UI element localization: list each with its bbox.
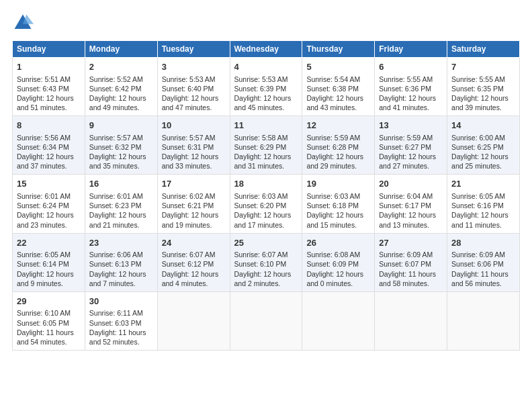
day-info-line: and 43 minutes. (306, 103, 370, 112)
day-info-line: and 11 minutes. (451, 220, 515, 230)
day-info-line: Sunrise: 6:04 AM (379, 191, 443, 201)
day-cell: 30Sunrise: 6:11 AMSunset: 6:03 PMDayligh… (85, 291, 157, 350)
day-number: 25 (234, 237, 298, 249)
day-info-line: and 58 minutes. (379, 279, 443, 288)
day-number: 22 (17, 237, 81, 249)
day-number: 21 (451, 178, 515, 190)
day-info-line: Daylight: 12 hours (451, 152, 515, 161)
day-cell: 26Sunrise: 6:08 AMSunset: 6:09 PMDayligh… (302, 233, 375, 291)
day-number: 2 (89, 61, 153, 73)
logo-icon (12, 12, 34, 34)
day-info-line: Sunset: 6:29 PM (234, 142, 298, 152)
day-info-line: and 45 minutes. (234, 103, 298, 112)
day-cell: 13Sunrise: 5:59 AMSunset: 6:27 PMDayligh… (375, 116, 447, 175)
day-cell: 18Sunrise: 6:03 AMSunset: 6:20 PMDayligh… (230, 175, 302, 233)
day-number: 24 (162, 237, 226, 249)
day-info-line: Sunset: 6:16 PM (451, 201, 515, 210)
day-info-line: Sunset: 6:23 PM (89, 201, 153, 210)
day-info-line: Daylight: 12 hours (451, 210, 515, 220)
day-info-line: Daylight: 12 hours (379, 93, 443, 103)
day-number: 19 (306, 178, 370, 190)
day-info-line: and 21 minutes. (89, 220, 153, 230)
day-info-line: Sunset: 6:21 PM (162, 201, 226, 210)
day-number: 5 (306, 61, 370, 73)
day-number: 8 (17, 120, 81, 132)
day-cell: 8Sunrise: 5:56 AMSunset: 6:34 PMDaylight… (13, 116, 85, 175)
calendar-table: SundayMondayTuesdayWednesdayThursdayFrid… (12, 40, 520, 351)
day-cell: 4Sunrise: 5:53 AMSunset: 6:39 PMDaylight… (230, 58, 302, 116)
day-info-line: Sunrise: 6:08 AM (306, 250, 370, 259)
day-info-line: Sunrise: 6:07 AM (234, 250, 298, 259)
day-cell: 23Sunrise: 6:06 AMSunset: 6:13 PMDayligh… (85, 233, 157, 291)
day-number: 23 (89, 237, 153, 249)
day-number: 1 (17, 61, 81, 73)
day-cell: 10Sunrise: 5:57 AMSunset: 6:31 PMDayligh… (157, 116, 230, 175)
day-number: 20 (379, 178, 443, 190)
col-header-monday: Monday (85, 41, 157, 58)
day-info-line: Daylight: 12 hours (162, 210, 226, 220)
day-info-line: and 17 minutes. (234, 220, 298, 230)
day-number: 3 (162, 61, 226, 73)
day-info-line: and 37 minutes. (17, 161, 81, 171)
day-info-line: Sunrise: 5:55 AM (451, 75, 515, 84)
day-info-line: and 7 minutes. (89, 279, 153, 288)
day-info-line: Sunrise: 5:54 AM (306, 75, 370, 84)
day-info-line: Sunset: 6:17 PM (379, 201, 443, 210)
day-info-line: Sunrise: 6:11 AM (89, 308, 153, 318)
day-info-line: and 54 minutes. (17, 337, 81, 347)
day-info-line: Sunset: 6:28 PM (306, 142, 370, 152)
day-info-line: and 33 minutes. (162, 161, 226, 171)
col-header-wednesday: Wednesday (230, 41, 302, 58)
day-info-line: Sunrise: 5:55 AM (379, 75, 443, 84)
day-info-line: Daylight: 11 hours (379, 269, 443, 279)
day-number: 28 (451, 237, 515, 249)
day-info-line: and 47 minutes. (162, 103, 226, 112)
day-info-line: Sunset: 6:42 PM (89, 84, 153, 93)
col-header-tuesday: Tuesday (157, 41, 230, 58)
day-info-line: and 56 minutes. (451, 279, 515, 288)
day-info-line: Daylight: 12 hours (234, 152, 298, 161)
day-info-line: and 35 minutes. (89, 161, 153, 171)
day-info-line: and 52 minutes. (89, 337, 153, 347)
day-info-line: Sunrise: 5:57 AM (162, 133, 226, 142)
day-info-line: Sunset: 6:05 PM (17, 318, 81, 328)
day-info-line: and 27 minutes. (379, 161, 443, 171)
day-cell: 6Sunrise: 5:55 AMSunset: 6:36 PMDaylight… (375, 58, 447, 116)
day-info-line: Sunset: 6:18 PM (306, 201, 370, 210)
day-cell: 5Sunrise: 5:54 AMSunset: 6:38 PMDaylight… (302, 58, 375, 116)
day-info-line: and 41 minutes. (379, 103, 443, 112)
day-info-line: Daylight: 12 hours (234, 210, 298, 220)
day-info-line: Sunset: 6:36 PM (379, 84, 443, 93)
day-info-line: and 23 minutes. (17, 220, 81, 230)
day-info-line: Sunrise: 6:07 AM (162, 250, 226, 259)
day-cell (157, 291, 230, 350)
day-info-line: Daylight: 12 hours (379, 210, 443, 220)
day-info-line: Sunrise: 5:59 AM (379, 133, 443, 142)
day-cell: 7Sunrise: 5:55 AMSunset: 6:35 PMDaylight… (447, 58, 520, 116)
day-info-line: Sunset: 6:40 PM (162, 84, 226, 93)
day-info-line: and 31 minutes. (234, 161, 298, 171)
day-cell: 14Sunrise: 6:00 AMSunset: 6:25 PMDayligh… (447, 116, 520, 175)
day-cell: 22Sunrise: 6:05 AMSunset: 6:14 PMDayligh… (13, 233, 85, 291)
day-number: 29 (17, 295, 81, 308)
col-header-saturday: Saturday (447, 41, 520, 58)
day-number: 16 (89, 178, 153, 190)
day-info-line: Sunrise: 6:01 AM (17, 191, 81, 201)
day-info-line: Daylight: 12 hours (306, 210, 370, 220)
day-cell: 12Sunrise: 5:59 AMSunset: 6:28 PMDayligh… (302, 116, 375, 175)
day-info-line: Daylight: 12 hours (162, 269, 226, 279)
week-row-5: 29Sunrise: 6:10 AMSunset: 6:05 PMDayligh… (13, 291, 520, 350)
day-info-line: and 2 minutes. (234, 279, 298, 288)
day-info-line: Sunrise: 6:01 AM (89, 191, 153, 201)
day-info-line: Sunset: 6:43 PM (17, 84, 81, 93)
day-info-line: Daylight: 12 hours (306, 269, 370, 279)
col-header-thursday: Thursday (302, 41, 375, 58)
day-info-line: Sunrise: 5:59 AM (306, 133, 370, 142)
day-cell: 25Sunrise: 6:07 AMSunset: 6:10 PMDayligh… (230, 233, 302, 291)
day-info-line: Sunset: 6:03 PM (89, 318, 153, 328)
col-header-sunday: Sunday (13, 41, 85, 58)
day-info-line: Daylight: 12 hours (89, 210, 153, 220)
day-info-line: Sunset: 6:13 PM (89, 259, 153, 269)
day-cell: 20Sunrise: 6:04 AMSunset: 6:17 PMDayligh… (375, 175, 447, 233)
day-number: 18 (234, 178, 298, 190)
